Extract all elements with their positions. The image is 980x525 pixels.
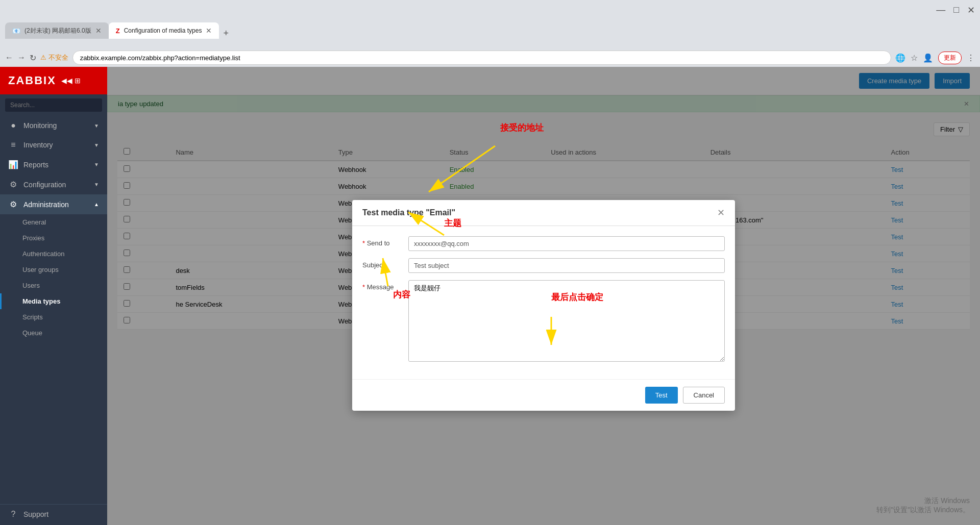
modal-title: Test media type "Email" [362,208,455,217]
back-button[interactable]: ← [5,53,13,62]
configuration-label: Configuration [23,181,66,189]
inventory-label: Inventory [23,141,53,149]
modal-close-button[interactable]: ✕ [717,207,725,218]
sidebar-logo: ZABBIX ◀◀ ⊞ [0,67,107,94]
menu-icon[interactable]: ⋮ [967,53,975,63]
subject-row: Subject [362,258,725,273]
expand-icon[interactable]: ⊞ [75,77,81,85]
close-icon[interactable]: ✕ [967,5,975,16]
browser-chrome: — □ ✕ 📧 (2封未读) 网易邮箱6.0版 ✕ Z Configuratio… [0,0,980,48]
sidebar-subitem-scripts[interactable]: Scripts [0,309,107,325]
modal-overlay[interactable]: Test media type "Email" ✕ Send to Subjec… [107,67,980,525]
test-modal: Test media type "Email" ✕ Send to Subjec… [352,200,735,411]
browser-icons: 🌐 ☆ 👤 更新 ⋮ [895,52,975,64]
tab-title-2: Configuration of media types [124,27,202,34]
refresh-button[interactable]: ↻ [30,53,36,63]
sidebar-search [0,94,107,116]
send-to-input[interactable] [408,236,725,251]
cancel-button[interactable]: Cancel [683,387,725,404]
sidebar-subitem-queue[interactable]: Queue [0,325,107,341]
annotation-receive-address: 接受的地址 [500,122,544,134]
logo-icons: ◀◀ ⊞ [61,77,81,85]
sidebar-item-administration[interactable]: ⚙ Administration ▲ [0,194,107,214]
sidebar-item-configuration[interactable]: ⚙ Configuration ▼ [0,174,107,194]
inventory-arrow: ▼ [94,142,99,148]
svg-line-1 [429,146,495,192]
browser-tabs: 📧 (2封未读) 网易邮箱6.0版 ✕ Z Configuration of m… [0,20,980,39]
search-input[interactable] [5,98,102,112]
test-button[interactable]: Test [645,387,678,404]
support-label: Support [23,510,48,518]
sidebar-item-support[interactable]: ? Support [0,505,107,524]
send-to-label: Send to [362,236,408,247]
tab-close-2[interactable]: ✕ [206,27,212,35]
logo-text: ZABBIX [8,74,56,87]
address-input[interactable] [72,51,891,65]
reports-icon: 📊 [8,160,18,169]
update-button[interactable]: 更新 [938,52,962,64]
monitoring-label: Monitoring [23,121,57,130]
sidebar-subitem-authentication[interactable]: Authentication [0,246,107,262]
new-tab-button[interactable]: + [219,28,233,39]
administration-icon: ⚙ [8,199,18,209]
tab-favicon-1: 📧 [12,27,20,35]
sidebar-subitem-mediatypes[interactable]: Media types [0,293,107,309]
sidebar-subitem-users[interactable]: Users [0,278,107,293]
subject-label: Subject [362,258,408,269]
forward-button[interactable]: → [17,53,26,62]
support-icon: ? [8,510,18,519]
message-row: Message 我是靓仔 [362,280,725,362]
administration-label: Administration [23,201,69,209]
monitoring-arrow: ▼ [94,123,99,129]
collapse-icon[interactable]: ◀◀ [61,77,72,85]
minimize-icon[interactable]: — [936,5,945,16]
tab-netease[interactable]: 📧 (2封未读) 网易邮箱6.0版 ✕ [5,22,109,39]
tab-favicon-2: Z [116,27,120,35]
sidebar-item-reports[interactable]: 📊 Reports ▼ [0,155,107,174]
app-layout: ZABBIX ◀◀ ⊞ ● Monitoring ▼ ≡ Inventory ▼… [0,67,980,525]
sidebar-subitem-general[interactable]: General [0,214,107,230]
security-warning: ⚠ 不安全 [40,53,68,62]
reports-label: Reports [23,161,48,169]
profile-icon[interactable]: 👤 [923,53,933,63]
translate-icon[interactable]: 🌐 [895,53,905,63]
configuration-arrow: ▼ [94,182,99,187]
configuration-icon: ⚙ [8,180,18,189]
modal-header: Test media type "Email" ✕ [352,200,735,226]
subject-input[interactable] [408,258,725,273]
sidebar-item-monitoring[interactable]: ● Monitoring ▼ [0,116,107,135]
message-label: Message [362,280,408,291]
modal-body: Send to Subject Message 我是靓仔 [352,226,735,379]
monitoring-icon: ● [8,121,18,130]
tab-title-1: (2封未读) 网易邮箱6.0版 [24,27,91,35]
sidebar-item-inventory[interactable]: ≡ Inventory ▼ [0,135,107,155]
modal-footer: Test Cancel [352,379,735,411]
address-bar: ← → ↻ ⚠ 不安全 🌐 ☆ 👤 更新 ⋮ [0,48,980,67]
sidebar-bottom: ? Support Z Share [0,504,107,525]
inventory-icon: ≡ [8,140,18,149]
tab-close-1[interactable]: ✕ [95,27,102,35]
browser-titlebar: — □ ✕ [0,0,980,20]
main-content: Create media type Import ia type updated… [107,67,980,525]
sidebar-subitem-proxies[interactable]: Proxies [0,230,107,246]
sidebar-subitem-usergroups[interactable]: User groups [0,262,107,278]
message-textarea[interactable]: 我是靓仔 [408,280,725,362]
send-to-row: Send to [362,236,725,251]
reports-arrow: ▼ [94,162,99,167]
sidebar: ZABBIX ◀◀ ⊞ ● Monitoring ▼ ≡ Inventory ▼… [0,67,107,525]
tab-zabbix[interactable]: Z Configuration of media types ✕ [109,22,219,39]
bookmark-icon[interactable]: ☆ [911,53,918,63]
administration-arrow: ▲ [94,202,99,207]
maximize-icon[interactable]: □ [953,5,959,16]
